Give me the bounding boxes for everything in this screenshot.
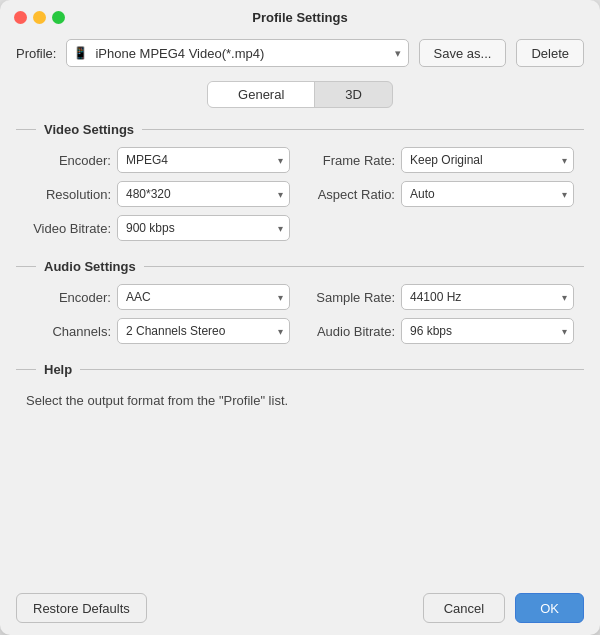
audio-encoder-label: Encoder: [26,290,111,305]
aspect-ratio-select-wrapper: Auto 4:3 16:9 [401,181,574,207]
frame-rate-row: Frame Rate: Keep Original 23.97 24 25 29… [310,147,574,173]
bottom-bar: Restore Defaults Cancel OK [0,583,600,635]
encoder-select[interactable]: MPEG4 H.264 H.265 [117,147,290,173]
section-line-left [16,129,36,130]
frame-rate-select-wrapper: Keep Original 23.97 24 25 29.97 30 [401,147,574,173]
channels-row: Channels: 2 Channels Stereo 1 Channel Mo… [26,318,290,344]
sample-rate-label: Sample Rate: [310,290,395,305]
title-bar: Profile Settings [0,0,600,33]
save-as-button[interactable]: Save as... [419,39,507,67]
help-section: Help Select the output format from the "… [16,362,584,415]
video-bitrate-select-wrapper: 900 kbps 1500 kbps 2000 kbps 3000 kbps [117,215,290,241]
help-title: Help [44,362,72,377]
profile-select-wrapper: 📱 iPhone MPEG4 Video(*.mp4) Android MP4 … [66,39,408,67]
audio-encoder-row: Encoder: AAC MP3 AC3 [26,284,290,310]
aspect-ratio-row: Aspect Ratio: Auto 4:3 16:9 [310,181,574,207]
profile-label: Profile: [16,46,56,61]
help-text: Select the output format from the "Profi… [16,387,584,415]
cancel-button[interactable]: Cancel [423,593,505,623]
restore-defaults-button[interactable]: Restore Defaults [16,593,147,623]
tabs-container: General 3D [207,81,393,108]
audio-bitrate-row: Audio Bitrate: 96 kbps 128 kbps 192 kbps… [310,318,574,344]
tab-3d[interactable]: 3D [315,82,392,107]
audio-encoder-select[interactable]: AAC MP3 AC3 [117,284,290,310]
audio-section-line-left [16,266,36,267]
video-bitrate-label: Video Bitrate: [26,221,111,236]
video-bitrate-select[interactable]: 900 kbps 1500 kbps 2000 kbps 3000 kbps [117,215,290,241]
video-settings-section: Video Settings Encoder: MPEG4 H.264 H.26… [16,122,584,241]
sample-rate-select[interactable]: 44100 Hz 22050 Hz 48000 Hz [401,284,574,310]
video-settings-grid: Encoder: MPEG4 H.264 H.265 Frame Rate: [16,147,584,241]
help-section-line-right [80,369,584,370]
audio-settings-section: Audio Settings Encoder: AAC MP3 AC3 [16,259,584,344]
resolution-select[interactable]: 480*320 720*480 1280*720 1920*1080 [117,181,290,207]
video-settings-header: Video Settings [16,122,584,137]
tab-general[interactable]: General [208,82,315,107]
help-header: Help [16,362,584,377]
sample-rate-select-wrapper: 44100 Hz 22050 Hz 48000 Hz [401,284,574,310]
frame-rate-label: Frame Rate: [310,153,395,168]
audio-settings-grid: Encoder: AAC MP3 AC3 Sample Rate: [16,284,584,344]
window-controls [14,11,65,24]
sample-rate-row: Sample Rate: 44100 Hz 22050 Hz 48000 Hz [310,284,574,310]
resolution-row: Resolution: 480*320 720*480 1280*720 192… [26,181,290,207]
encoder-select-wrapper: MPEG4 H.264 H.265 [117,147,290,173]
audio-settings-title: Audio Settings [44,259,136,274]
close-button[interactable] [14,11,27,24]
minimize-button[interactable] [33,11,46,24]
audio-bitrate-select[interactable]: 96 kbps 128 kbps 192 kbps 256 kbps 320 k… [401,318,574,344]
tabs-row: General 3D [0,77,600,116]
video-settings-title: Video Settings [44,122,134,137]
video-bitrate-row: Video Bitrate: 900 kbps 1500 kbps 2000 k… [26,215,290,241]
section-line-right [142,129,584,130]
frame-rate-select[interactable]: Keep Original 23.97 24 25 29.97 30 [401,147,574,173]
profile-select[interactable]: iPhone MPEG4 Video(*.mp4) Android MP4 Ap… [66,39,408,67]
empty-cell [310,215,574,241]
channels-label: Channels: [26,324,111,339]
audio-section-line-right [144,266,584,267]
maximize-button[interactable] [52,11,65,24]
profile-settings-window: Profile Settings Profile: 📱 iPhone MPEG4… [0,0,600,635]
delete-button[interactable]: Delete [516,39,584,67]
bottom-right-buttons: Cancel OK [423,593,584,623]
ok-button[interactable]: OK [515,593,584,623]
audio-bitrate-label: Audio Bitrate: [310,324,395,339]
encoder-row: Encoder: MPEG4 H.264 H.265 [26,147,290,173]
encoder-label: Encoder: [26,153,111,168]
audio-bitrate-select-wrapper: 96 kbps 128 kbps 192 kbps 256 kbps 320 k… [401,318,574,344]
audio-encoder-select-wrapper: AAC MP3 AC3 [117,284,290,310]
aspect-ratio-select[interactable]: Auto 4:3 16:9 [401,181,574,207]
help-section-line-left [16,369,36,370]
main-content: Video Settings Encoder: MPEG4 H.264 H.26… [0,116,600,583]
channels-select-wrapper: 2 Channels Stereo 1 Channel Mono 6 Chann… [117,318,290,344]
profile-row: Profile: 📱 iPhone MPEG4 Video(*.mp4) And… [0,33,600,77]
window-title: Profile Settings [252,10,347,25]
resolution-label: Resolution: [26,187,111,202]
audio-settings-header: Audio Settings [16,259,584,274]
channels-select[interactable]: 2 Channels Stereo 1 Channel Mono 6 Chann… [117,318,290,344]
resolution-select-wrapper: 480*320 720*480 1280*720 1920*1080 [117,181,290,207]
aspect-ratio-label: Aspect Ratio: [310,187,395,202]
